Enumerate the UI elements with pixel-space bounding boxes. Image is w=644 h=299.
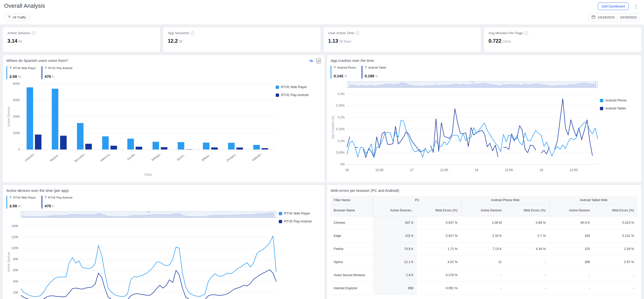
legend-item[interactable]: RTVE Web Player bbox=[276, 85, 319, 89]
column-pc-web-errors[interactable]: Web Errors (%) bbox=[417, 205, 461, 216]
table-cell: 2.32 K bbox=[461, 229, 505, 242]
legend-item[interactable]: RTVE Play Android bbox=[276, 93, 319, 97]
svg-text:0%: 0% bbox=[340, 163, 345, 166]
legend-item[interactable]: RTVE Web Player bbox=[279, 212, 319, 215]
filter-metric-chip-web-player[interactable]: RTVE Web Player 2.59M bbox=[6, 196, 39, 209]
chip-value: 0.142 bbox=[334, 74, 343, 78]
kpi-card-active-devices: Active Devicesi 3.14M bbox=[3, 27, 160, 52]
column-pc-active-devices[interactable]: Active Devices↓ bbox=[373, 205, 417, 216]
filter-metric-chip-web-player[interactable]: RTVE Web Player 2.59M bbox=[6, 66, 39, 79]
chip-unit: M bbox=[18, 204, 21, 208]
table-cell: 125 bbox=[549, 242, 593, 256]
panel-title: Web errors per browser (PC and Android) bbox=[331, 189, 638, 193]
sort-down-icon: ↓ bbox=[412, 209, 414, 212]
chip-value: 470 bbox=[45, 204, 51, 208]
date-range-picker[interactable]: 10/16/2023 10/19/2023 bbox=[588, 13, 640, 21]
svg-text:Zaragoz...: Zaragoz... bbox=[226, 152, 238, 162]
table-cell: 0.917 % bbox=[417, 229, 461, 242]
svg-text:12:00: 12:00 bbox=[570, 168, 578, 172]
svg-text:Valladol...: Valladol... bbox=[251, 152, 263, 162]
all-traffic-filter-chip[interactable]: All Traffic bbox=[4, 14, 30, 21]
browser-name-cell: Chrome bbox=[331, 216, 373, 229]
filter-metric-chip-play-android[interactable]: RTVE Play Android 470K bbox=[42, 66, 75, 79]
numero-icon[interactable]: № bbox=[310, 59, 313, 63]
svg-text:0.05%: 0.05% bbox=[336, 151, 345, 154]
line-chart-crashes: 0%0.05%0.1%0.15%0.2%0.25%0.3%App Crashes… bbox=[331, 88, 600, 173]
table-cell: - bbox=[505, 282, 549, 295]
svg-text:12:00: 12:00 bbox=[375, 168, 383, 172]
table-cell: 0.69 % bbox=[505, 216, 549, 229]
svg-text:300K: 300K bbox=[13, 98, 20, 102]
table-row: Firefox74.8 K1.71 %7.13 K4.34 %1252.39 % bbox=[331, 242, 638, 256]
column-browser-name[interactable]: Browser Name bbox=[331, 205, 373, 216]
chip-value: 0.185 bbox=[365, 74, 374, 78]
widget-action-icon[interactable]: ⇄ bbox=[316, 59, 321, 63]
range-scrubber[interactable] bbox=[347, 81, 598, 88]
funnel-icon bbox=[9, 196, 12, 199]
panel-cities: Where do Spanish users come from? № ⇄ RT… bbox=[3, 55, 325, 183]
funnel-icon bbox=[45, 67, 47, 70]
date-start[interactable]: 10/16/2023 bbox=[598, 15, 615, 19]
table-cell: 547 K bbox=[373, 216, 417, 229]
legend: Android Phone Android Tablet bbox=[600, 80, 635, 173]
chip-unit: K bbox=[52, 75, 54, 79]
filter-metric-chip-android-tablet[interactable]: Android Tablet 0.185% bbox=[362, 66, 389, 79]
legend: RTVE Web Player RTVE Play Android bbox=[276, 80, 319, 178]
svg-text:12:00: 12:00 bbox=[440, 168, 448, 172]
svg-text:0.3%: 0.3% bbox=[338, 92, 345, 96]
info-icon[interactable]: i bbox=[524, 31, 528, 35]
legend-swatch bbox=[276, 94, 279, 97]
column-tablet-active-devices[interactable]: Active Devices bbox=[549, 205, 593, 216]
panel-web-errors-table: Web errors per browser (PC and Android) … bbox=[327, 185, 641, 299]
svg-text:140K: 140K bbox=[11, 224, 18, 228]
column-phone-web-errors[interactable]: Web Errors (%) bbox=[505, 205, 549, 216]
info-icon[interactable]: i bbox=[191, 31, 194, 35]
svg-text:0.2%: 0.2% bbox=[338, 116, 345, 119]
kpi-value: 1.13 bbox=[328, 38, 338, 44]
svg-text:17: 17 bbox=[410, 168, 413, 172]
table-cell: - bbox=[505, 269, 549, 282]
info-icon[interactable]: i bbox=[32, 31, 35, 35]
table-cell: 1.08 M bbox=[461, 216, 505, 229]
panel-devices: Active devices over the time (per app) R… bbox=[3, 185, 325, 299]
legend-label: RTVE Play Android bbox=[281, 93, 309, 97]
kpi-value: 0.722 bbox=[489, 38, 501, 44]
filter-metric-chip-play-android[interactable]: RTVE Play Android 470K bbox=[42, 196, 75, 209]
legend-item[interactable]: Android Tablet bbox=[600, 107, 635, 110]
info-icon[interactable]: i bbox=[356, 31, 359, 35]
svg-text:Seville...: Seville... bbox=[126, 152, 137, 161]
table-cell: 4.34 % bbox=[505, 242, 549, 256]
svg-text:0.25%: 0.25% bbox=[336, 104, 345, 107]
date-end[interactable]: 10/19/2023 bbox=[620, 15, 637, 19]
web-errors-table: Filter Name PC Android Phone Web Android… bbox=[331, 196, 638, 295]
kebab-menu-icon[interactable]: ⋮ bbox=[632, 3, 640, 10]
funnel-icon bbox=[334, 66, 336, 69]
table-cell: 0.313 % bbox=[593, 216, 638, 229]
svg-text:Cities: Cities bbox=[144, 173, 152, 176]
chip-unit: % bbox=[344, 74, 347, 78]
table-row: Internet Explorer8580.091 %---- bbox=[331, 282, 638, 295]
filter-metric-chip-android-phone[interactable]: Android Phone 0.142% bbox=[331, 66, 359, 79]
table-cell: 2.8 K bbox=[373, 269, 417, 282]
svg-text:100K: 100K bbox=[13, 131, 20, 135]
legend-label: Android Phone bbox=[605, 99, 627, 102]
edit-dashboard-button[interactable]: Edit Dashboard bbox=[598, 3, 629, 10]
column-tablet-web-errors[interactable]: Web Errors (%) bbox=[593, 205, 638, 216]
kpi-label: Avg Minutes Per Page bbox=[489, 31, 523, 35]
table-cell: 74.8 K bbox=[373, 242, 417, 256]
svg-text:100K: 100K bbox=[11, 246, 18, 250]
svg-text:60K: 60K bbox=[13, 268, 18, 272]
table-cell: 11 bbox=[461, 256, 505, 269]
svg-text:Berlin, ...: Berlin, ... bbox=[176, 152, 187, 161]
svg-text:Bilbao, ...: Bilbao, ... bbox=[201, 152, 213, 162]
column-phone-active-devices[interactable]: Active Devices bbox=[461, 205, 505, 216]
table-row: Avast Secure Browser2.8 K0.278 %---- bbox=[331, 269, 638, 282]
legend-item[interactable]: Android Phone bbox=[600, 99, 635, 102]
table-sub-header-row: Browser Name Active Devices↓ Web Errors … bbox=[331, 205, 638, 216]
kpi-unit: mins bbox=[503, 39, 511, 43]
svg-text:Valencia...: Valencia... bbox=[100, 152, 112, 162]
legend-item[interactable]: RTVE Play Android bbox=[279, 220, 319, 223]
range-scrubber[interactable] bbox=[21, 211, 276, 218]
svg-text:Active Devices: Active Devices bbox=[7, 107, 11, 127]
chip-label: Android Tablet bbox=[368, 66, 386, 69]
